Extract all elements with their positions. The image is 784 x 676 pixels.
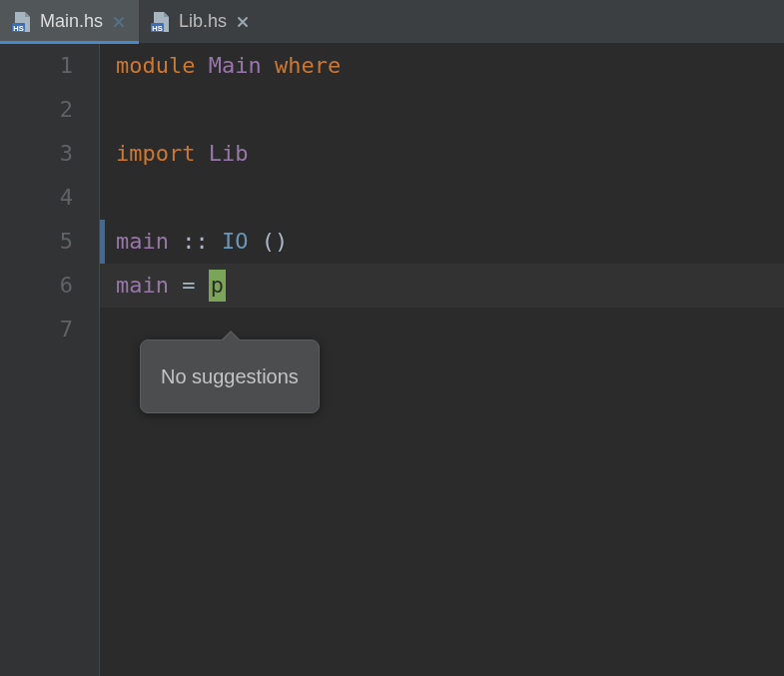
identifier-token: main [116, 229, 169, 254]
keyword-token: module [116, 53, 195, 78]
operator-token: = [182, 273, 195, 298]
svg-text:HS: HS [13, 23, 23, 32]
line-number-gutter: 1 2 3 4 5 6 7 [0, 44, 100, 676]
line-number: 3 [0, 132, 73, 176]
tab-bar: HS Main.hs HS Lib.hs [0, 0, 784, 44]
operator-token: :: [182, 229, 209, 254]
tab-lib-hs[interactable]: HS Lib.hs [139, 0, 263, 43]
line-number: 1 [0, 44, 73, 88]
gutter-caret-mark [100, 220, 105, 264]
code-line[interactable] [116, 176, 784, 220]
line-number: 5 [0, 220, 73, 264]
line-number: 7 [0, 308, 73, 351]
code-area[interactable]: module Main where import Lib main :: IO … [100, 44, 784, 676]
code-line[interactable]: main = p [116, 264, 784, 308]
code-line[interactable]: main :: IO () [116, 220, 784, 264]
code-line[interactable]: import Lib [116, 132, 784, 176]
completion-tooltip: No suggestions [140, 339, 320, 413]
identifier-token: main [116, 273, 169, 298]
tab-main-hs[interactable]: HS Main.hs [0, 0, 139, 43]
type-token: IO [222, 229, 249, 254]
text-cursor: p [209, 264, 226, 308]
close-icon[interactable] [235, 14, 251, 30]
line-number: 6 [0, 264, 73, 308]
tab-label: Main.hs [40, 11, 103, 32]
keyword-token: import [116, 141, 195, 166]
close-icon[interactable] [111, 14, 127, 30]
code-line[interactable]: module Main where [116, 44, 784, 88]
code-editor[interactable]: 1 2 3 4 5 6 7 module Main where import L… [0, 44, 784, 676]
module-name-token: Lib [209, 141, 249, 166]
paren-token: () [262, 229, 289, 254]
tooltip-text: No suggestions [161, 365, 299, 387]
module-name-token: Main [209, 53, 262, 78]
svg-text:HS: HS [152, 23, 162, 32]
haskell-file-icon: HS [149, 11, 171, 33]
keyword-token: where [275, 53, 341, 78]
code-line[interactable] [116, 88, 784, 132]
line-number: 4 [0, 176, 73, 220]
haskell-file-icon: HS [10, 11, 32, 33]
tab-label: Lib.hs [179, 11, 227, 32]
line-number: 2 [0, 88, 73, 132]
